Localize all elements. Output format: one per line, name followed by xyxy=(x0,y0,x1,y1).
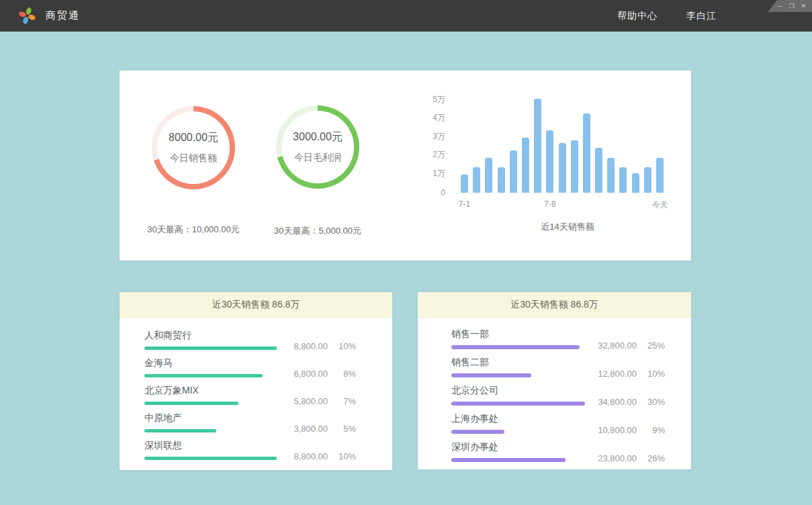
rank-row-bar xyxy=(451,458,566,462)
chart-x-tick-label: 今天 xyxy=(652,199,668,211)
rank-row-values: 5,800.007% xyxy=(294,396,356,406)
rank-row-main: 销售二部 xyxy=(451,357,598,377)
rank-row: 深圳联想8,800.0010% xyxy=(144,440,356,460)
chart-bar xyxy=(619,167,627,193)
rank-row-bar xyxy=(144,429,216,432)
chart-y-tick-label: 5万 xyxy=(416,94,445,105)
customer-rank-title: 近30天销售额 86.8万 xyxy=(120,292,392,318)
today-profit-donut: 3000.00元 今日毛利润 xyxy=(276,105,359,189)
chart-bar xyxy=(498,167,505,193)
rank-row: 北京分公司34,800.0030% xyxy=(451,385,665,406)
chart-bar xyxy=(632,173,639,193)
window-controls: ─ ❒ ✕ xyxy=(768,0,812,12)
rank-row-amount: 8,800.00 xyxy=(294,341,328,351)
help-center-link[interactable]: 帮助中心 xyxy=(617,10,658,22)
rank-row-percent: 9% xyxy=(637,425,665,435)
chart-y-tick-label: 4万 xyxy=(416,112,445,124)
rank-row-bar xyxy=(144,402,238,405)
rank-row: 中原地产3,800.005% xyxy=(144,412,356,432)
minimize-icon[interactable]: ─ xyxy=(778,3,782,9)
rank-row-bar xyxy=(144,457,277,460)
rank-row-values: 3,800.005% xyxy=(294,424,356,434)
app-logo-pinwheel-icon xyxy=(18,7,36,25)
rank-row-amount: 10,800.00 xyxy=(598,425,637,435)
rank-row-name: 深圳办事处 xyxy=(451,441,598,453)
rank-row-values: 10,800.009% xyxy=(598,425,665,435)
chart-bar xyxy=(559,143,566,193)
dept-rank-title: 近30天销售额 86.8万 xyxy=(418,292,691,318)
rank-row-amount: 12,800.00 xyxy=(598,369,637,379)
rank-row-amount: 5,800.00 xyxy=(294,396,328,406)
maximize-icon[interactable]: ❒ xyxy=(788,3,794,9)
rank-row-percent: 26% xyxy=(637,453,665,463)
chart-y-tick-label: 0 xyxy=(416,188,445,197)
rank-row: 人和商贸行8,800.0010% xyxy=(144,330,356,350)
rank-row: 金海马6,800.008% xyxy=(144,357,356,377)
rank-row-main: 上海办事处 xyxy=(451,413,598,434)
profit-30d-max-note: 30天最高：5,000.00元 xyxy=(237,225,398,237)
rank-row-amount: 32,800.00 xyxy=(598,340,637,351)
rank-row-amount: 23,800.00 xyxy=(598,453,637,463)
rank-row-percent: 25% xyxy=(637,340,665,351)
rank-row-percent: 10% xyxy=(328,451,356,461)
chart-bar xyxy=(461,175,468,193)
rank-row-values: 8,800.0010% xyxy=(294,341,356,351)
rank-row-values: 23,800.0026% xyxy=(598,453,665,463)
rank-row-main: 中原地产 xyxy=(144,412,294,432)
today-profit-label: 今日毛利润 xyxy=(294,152,341,164)
rank-row-amount: 6,800.00 xyxy=(294,369,328,379)
rank-row-bar xyxy=(451,430,504,434)
rank-row-percent: 30% xyxy=(637,397,665,407)
rank-row-main: 深圳联想 xyxy=(144,440,294,460)
rank-row-main: 人和商贸行 xyxy=(144,330,294,350)
rank-row: 销售二部12,800.0010% xyxy=(451,357,665,377)
rank-row-bar xyxy=(451,345,580,349)
rank-row-values: 32,800.0025% xyxy=(598,340,665,351)
rank-row-name: 销售一部 xyxy=(451,328,598,340)
today-summary-card: 8000.00元 今日销售额 30天最高：10,000.00元 3000.00元… xyxy=(120,71,691,261)
chart-y-tick-label: 3万 xyxy=(416,131,445,142)
close-icon[interactable]: ✕ xyxy=(801,3,806,9)
today-sales-donut: 8000.00元 今日销售额 xyxy=(152,106,235,189)
rank-row: 北京万象MIX5,800.007% xyxy=(144,385,356,405)
rank-row-name: 深圳联想 xyxy=(144,440,294,452)
chart-bar xyxy=(534,99,541,193)
chart-bar xyxy=(510,150,517,193)
chart-bar xyxy=(485,158,492,193)
rank-row-percent: 10% xyxy=(328,341,356,351)
rank-row: 深圳办事处23,800.0026% xyxy=(451,441,665,462)
chart-bar xyxy=(595,148,602,193)
chart-bar xyxy=(571,140,578,193)
rank-row-main: 金海马 xyxy=(144,357,294,377)
rank-row-values: 12,800.0010% xyxy=(598,369,665,379)
rank-row-amount: 34,800.00 xyxy=(598,397,637,407)
dept-rank-card: 近30天销售额 86.8万 销售一部32,800.0025%销售二部12,800… xyxy=(418,292,691,469)
rank-row-percent: 10% xyxy=(637,369,665,379)
rank-row: 销售一部32,800.0025% xyxy=(451,328,665,349)
username-link[interactable]: 李白江 xyxy=(686,10,717,22)
today-sales-value: 8000.00元 xyxy=(169,131,218,145)
rank-row-amount: 8,800.00 xyxy=(294,451,328,461)
chart-y-tick-label: 1万 xyxy=(416,168,445,179)
rank-row-name: 上海办事处 xyxy=(451,413,598,425)
chart-bar xyxy=(546,130,553,193)
chart-bar xyxy=(583,113,590,193)
sales-chart-bars xyxy=(461,99,664,193)
rank-row-bar xyxy=(144,347,277,350)
rank-row-bar xyxy=(451,373,531,377)
chart-bar xyxy=(644,167,651,193)
app-title: 商贸通 xyxy=(46,9,80,22)
rank-row: 上海办事处10,800.009% xyxy=(451,413,665,434)
chart-bar xyxy=(656,158,664,193)
chart-x-tick-label: 7-8 xyxy=(544,199,555,209)
rank-row-values: 6,800.008% xyxy=(294,369,356,379)
rank-row-name: 北京分公司 xyxy=(451,385,598,397)
customer-rank-card: 近30天销售额 86.8万 人和商贸行8,800.0010%金海马6,800.0… xyxy=(120,292,392,470)
customer-rank-rows: 人和商贸行8,800.0010%金海马6,800.008%北京万象MIX5,80… xyxy=(120,318,392,460)
dept-rank-rows: 销售一部32,800.0025%销售二部12,800.0010%北京分公司34,… xyxy=(418,318,691,462)
rank-row-bar xyxy=(144,374,263,377)
rank-row-main: 北京分公司 xyxy=(451,385,598,406)
rank-row-name: 中原地产 xyxy=(144,412,294,424)
rank-row-name: 金海马 xyxy=(144,357,294,369)
chart-x-axis: 7-17-8今天 xyxy=(461,199,669,210)
